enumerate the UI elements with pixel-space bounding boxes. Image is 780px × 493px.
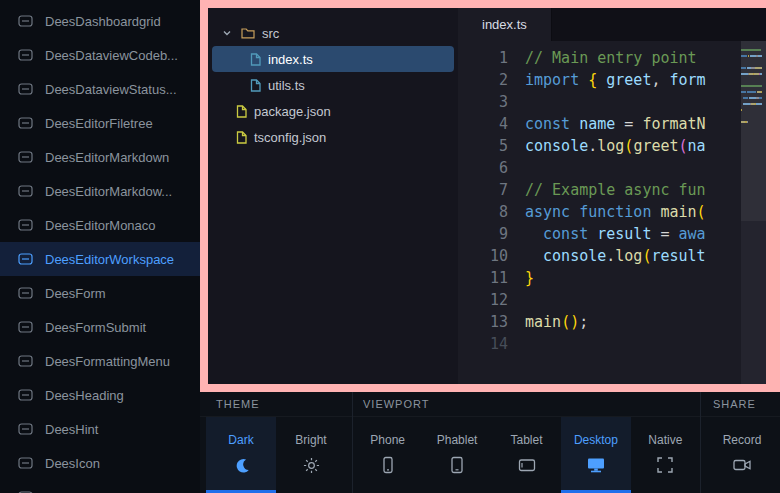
toolbar-section-title: VIEWPORT	[353, 392, 700, 417]
sidebar-item-label: DeesEditorFiletree	[45, 116, 153, 131]
tablet-icon	[518, 456, 536, 474]
sidebar-item-label: DeesEditorMonaco	[45, 218, 156, 233]
sun-icon	[303, 456, 320, 474]
app-root: DeesDashboardgridDeesDataviewCodeb...Dee…	[0, 0, 780, 493]
tree-item-label: index.ts	[268, 52, 313, 67]
code-line	[525, 91, 766, 113]
sidebar-item-deesdataviewstatus[interactable]: DeesDataviewStatus...	[0, 72, 200, 106]
desktop-icon	[587, 456, 605, 474]
code-line: import { greet, form	[525, 69, 766, 91]
toolbar-section-title: THEME	[200, 392, 352, 417]
sidebar-item-deeseditormarkdown[interactable]: DeesEditorMarkdown	[0, 140, 200, 174]
toolbar-button-label: Dark	[228, 433, 253, 447]
editor-workspace: srcindex.tsutils.tspackage.jsontsconfig.…	[208, 8, 766, 384]
toolbar-section-viewport: VIEWPORTPhonePhabletTabletDesktopNative	[352, 392, 700, 493]
sidebar-item-label: DeesIcon	[45, 456, 100, 471]
toolbar-button-label: Native	[648, 433, 682, 447]
tree-item-utils-ts[interactable]: utils.ts	[212, 72, 454, 98]
editor-tab-index-ts[interactable]: index.ts	[458, 8, 552, 41]
folder-icon	[241, 27, 255, 39]
sidebar-item-label: DeesFormSubmit	[45, 320, 146, 335]
sidebar-item-deesformattingmenu[interactable]: DeesFormattingMenu	[0, 344, 200, 378]
line-number: 14	[458, 333, 508, 355]
sidebar-item-deesdashboardgrid[interactable]: DeesDashboardgrid	[0, 4, 200, 38]
line-number: 6	[458, 157, 508, 179]
sidebar-item-label: DeesFormattingMenu	[45, 354, 170, 369]
sidebar-item-deesformsubmit[interactable]: DeesFormSubmit	[0, 310, 200, 344]
code-line: // Example async fun	[525, 179, 766, 201]
record-icon	[733, 456, 752, 474]
code-line: }	[525, 267, 766, 289]
demo-toolbar: THEMEDarkBrightVIEWPORTPhonePhabletTable…	[200, 392, 780, 493]
viewport-desktop-button[interactable]: Desktop	[561, 417, 630, 493]
code-line: console.log(result	[525, 245, 766, 267]
tree-item-tsconfig-json[interactable]: tsconfig.json	[212, 124, 454, 150]
viewport-phablet-button[interactable]: Phablet	[422, 417, 491, 493]
line-number: 7	[458, 179, 508, 201]
code-line	[525, 157, 766, 179]
sidebar-item-deeshint[interactable]: DeesHint	[0, 412, 200, 446]
tree-item-src[interactable]: src	[212, 20, 454, 46]
sidebar-item-label: DeesHint	[45, 422, 98, 437]
sidebar-item-deesform[interactable]: DeesForm	[0, 276, 200, 310]
demo-stage: srcindex.tsutils.tspackage.jsontsconfig.…	[200, 0, 780, 392]
component-icon	[18, 389, 33, 401]
component-icon	[18, 457, 33, 469]
viewport-phone-button[interactable]: Phone	[353, 417, 422, 493]
sidebar-item-deeseditormarkdow[interactable]: DeesEditorMarkdow...	[0, 174, 200, 208]
sidebar-item-deesicon[interactable]: DeesIcon	[0, 446, 200, 480]
line-number: 10	[458, 245, 508, 267]
line-number: 12	[458, 289, 508, 311]
sidebar-item-deesinputbase[interactable]: DeesInputBase	[0, 480, 200, 493]
code-line: // Main entry point	[525, 47, 766, 69]
toolbar-button-label: Bright	[295, 433, 326, 447]
code-area[interactable]: 1234567891011121314 // Main entry pointi…	[458, 41, 766, 384]
chevron-down-icon[interactable]	[220, 26, 234, 40]
file-tree: srcindex.tsutils.tspackage.jsontsconfig.…	[208, 8, 458, 384]
sidebar-item-deesheading[interactable]: DeesHeading	[0, 378, 200, 412]
component-sidebar: DeesDashboardgridDeesDataviewCodeb...Dee…	[0, 0, 200, 493]
minimap[interactable]	[741, 41, 766, 384]
component-icon	[18, 287, 33, 299]
sidebar-item-label: DeesDataviewCodeb...	[45, 48, 178, 63]
share-record-button[interactable]: Record	[704, 417, 780, 493]
tree-item-label: package.json	[254, 104, 331, 119]
line-number: 1	[458, 47, 508, 69]
viewport-native-button[interactable]: Native	[631, 417, 700, 493]
sidebar-item-label: DeesDataviewStatus...	[45, 82, 177, 97]
toolbar-section-body: PhonePhabletTabletDesktopNative	[353, 417, 700, 493]
component-icon	[18, 49, 33, 61]
line-number: 13	[458, 311, 508, 333]
line-number: 5	[458, 135, 508, 157]
code-line: main();	[525, 311, 766, 333]
toolbar-button-label: Phone	[370, 433, 405, 447]
code-lines: // Main entry pointimport { greet, formc…	[508, 47, 766, 384]
json-file-icon	[236, 105, 247, 118]
tree-item-package-json[interactable]: package.json	[212, 98, 454, 124]
line-number-gutter: 1234567891011121314	[458, 47, 508, 384]
component-icon	[18, 219, 33, 231]
theme-dark-button[interactable]: Dark	[206, 417, 276, 493]
sidebar-item-deeseditormonaco[interactable]: DeesEditorMonaco	[0, 208, 200, 242]
viewport-tablet-button[interactable]: Tablet	[492, 417, 561, 493]
line-number: 2	[458, 69, 508, 91]
sidebar-item-deesdataviewcodeb[interactable]: DeesDataviewCodeb...	[0, 38, 200, 72]
code-line: const result = awa	[525, 223, 766, 245]
tree-item-label: src	[262, 26, 279, 41]
editor-pane: index.ts 1234567891011121314 // Main ent…	[458, 8, 766, 384]
native-icon	[656, 456, 674, 474]
toolbar-button-label: Tablet	[511, 433, 543, 447]
code-line: const name = formatN	[525, 113, 766, 135]
toolbar-section-theme: THEMEDarkBright	[200, 392, 352, 493]
toolbar-button-label: Record	[723, 433, 762, 447]
minimap-slider[interactable]	[741, 41, 766, 221]
sidebar-item-label: DeesEditorWorkspace	[45, 252, 174, 267]
component-icon	[18, 15, 33, 27]
moon-icon	[233, 456, 250, 474]
code-line	[525, 289, 766, 311]
theme-bright-button[interactable]: Bright	[276, 417, 346, 493]
sidebar-item-deeseditorfiletree[interactable]: DeesEditorFiletree	[0, 106, 200, 140]
sidebar-item-label: DeesHeading	[45, 388, 124, 403]
sidebar-item-deeseditorworkspace[interactable]: DeesEditorWorkspace	[0, 242, 200, 276]
tree-item-index-ts[interactable]: index.ts	[212, 46, 454, 72]
